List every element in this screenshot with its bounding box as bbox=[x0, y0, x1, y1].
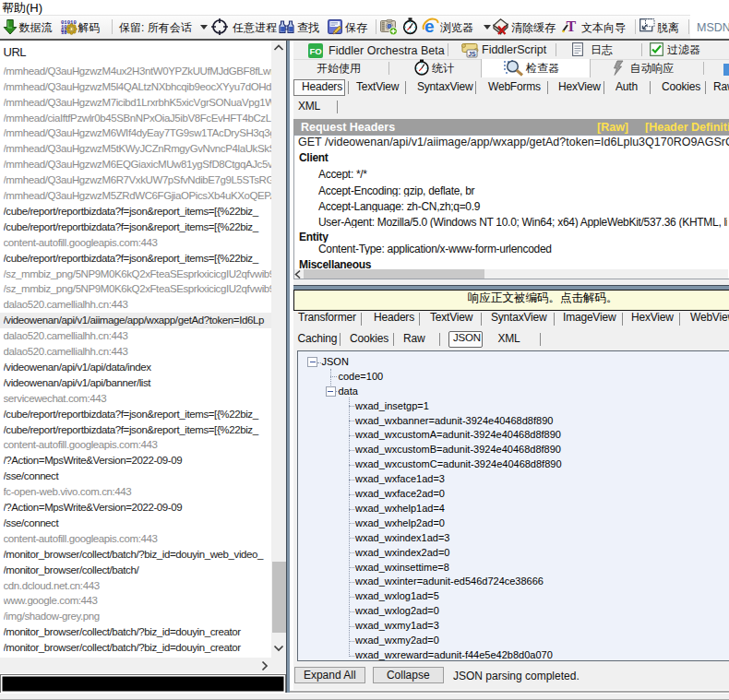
svg-text:FO: FO bbox=[309, 46, 321, 56]
svg-text:JS: JS bbox=[468, 51, 476, 57]
